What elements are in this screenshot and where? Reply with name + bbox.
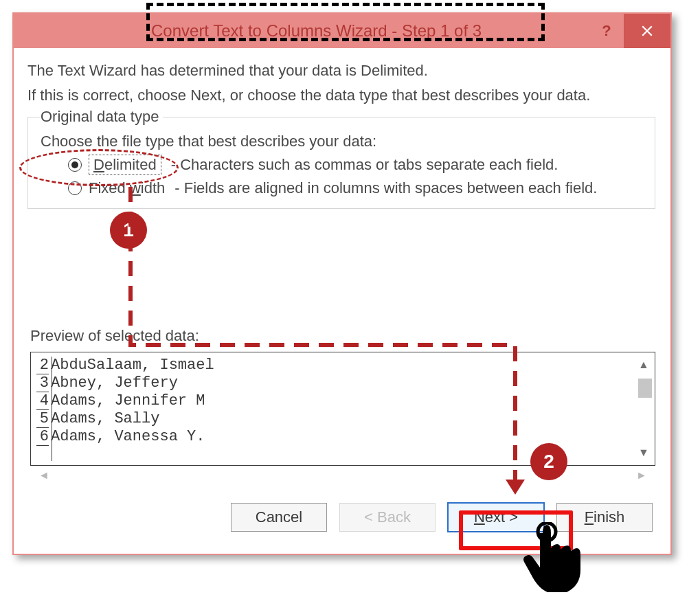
scroll-right-button[interactable]: ►: [635, 469, 648, 482]
wizard-body: The Text Wizard has determined that your…: [14, 48, 670, 543]
radio-fixed-label: Fixed width: [89, 179, 165, 197]
scroll-up-button[interactable]: ▲: [637, 358, 651, 372]
window-title: Convert Text to Columns Wizard - Step 1 …: [151, 21, 482, 41]
radio-delimited[interactable]: [68, 158, 82, 172]
preview-list: 2AbduSalaam, Ismael 3Abney, Jeffery 4Ada…: [36, 357, 634, 461]
close-button[interactable]: [624, 14, 670, 48]
preview-label: Preview of selected data:: [30, 327, 659, 345]
finish-button[interactable]: Finish: [556, 503, 653, 532]
radio-fixed-width[interactable]: [68, 181, 82, 195]
preview-box: 2AbduSalaam, Ismael 3Abney, Jeffery 4Ada…: [30, 352, 655, 466]
next-button[interactable]: Next >: [448, 503, 544, 532]
radio-delimited-row[interactable]: Delimited - Characters such as commas or…: [68, 155, 648, 175]
preview-row: 5Adams, Sally: [36, 410, 634, 428]
radio-delimited-desc: - Characters such as commas or tabs sepa…: [171, 156, 558, 174]
preview-row: 2AbduSalaam, Ismael: [36, 357, 634, 374]
button-row: Cancel < Back Next > Finish: [27, 503, 659, 532]
scroll-left-button[interactable]: ◄: [37, 469, 51, 482]
radio-fixed-desc: - Fields are aligned in columns with spa…: [174, 179, 597, 197]
back-button: < Back: [339, 503, 436, 532]
titlebar: Convert Text to Columns Wizard - Step 1 …: [14, 14, 670, 48]
preview-row: 4Adams, Jennifer M: [36, 392, 634, 410]
field-description: Choose the file type that best describes…: [41, 133, 648, 150]
horizontal-scrollbar: ◄ ►: [30, 467, 655, 486]
help-icon: ?: [602, 22, 611, 40]
scroll-down-button[interactable]: ▼: [637, 446, 651, 460]
cancel-button[interactable]: Cancel: [231, 503, 327, 532]
preview-row: 3Abney, Jeffery: [36, 374, 634, 392]
preview-row: 6Adams, Vanessa Y.: [36, 428, 634, 446]
intro-text: The Text Wizard has determined that your…: [27, 62, 659, 80]
original-data-type-group: Original data type Choose the file type …: [27, 117, 655, 209]
radio-fixed-row[interactable]: Fixed width - Fields are aligned in colu…: [68, 179, 648, 197]
sub-text: If this is correct, choose Next, or choo…: [27, 87, 659, 104]
wizard-window: Convert Text to Columns Wizard - Step 1 …: [12, 12, 672, 555]
help-button[interactable]: ?: [589, 14, 624, 48]
titlebar-controls: ?: [589, 14, 670, 48]
scroll-thumb[interactable]: [638, 379, 652, 398]
close-icon: [641, 25, 653, 37]
radio-delimited-label: Delimited: [89, 155, 161, 175]
fieldset-legend: Original data type: [41, 108, 163, 126]
